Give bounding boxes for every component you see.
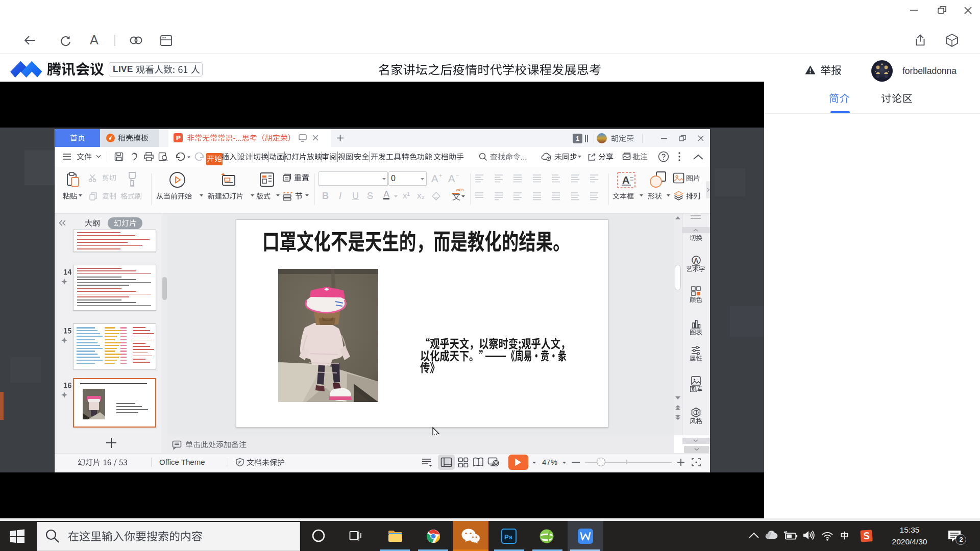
svg-text:Ps: Ps	[504, 533, 512, 541]
svg-text:A: A	[694, 257, 699, 264]
svg-text:A: A	[622, 174, 629, 186]
